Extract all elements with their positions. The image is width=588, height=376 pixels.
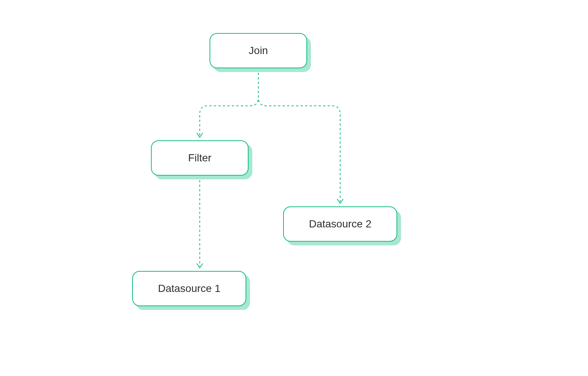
- node-label: Filter: [188, 152, 211, 164]
- node-datasource1[interactable]: Datasource 1: [132, 271, 246, 306]
- node-label: Datasource 2: [309, 218, 372, 230]
- connector-join-to-datasource2: [258, 68, 340, 202]
- node-filter[interactable]: Filter: [151, 140, 249, 176]
- node-join[interactable]: Join: [210, 33, 307, 68]
- arrowhead-icon: [197, 133, 203, 137]
- node-label: Join: [249, 45, 268, 57]
- node-label: Datasource 1: [158, 283, 221, 295]
- node-datasource2[interactable]: Datasource 2: [283, 206, 397, 242]
- arrowhead-icon: [197, 263, 203, 268]
- flow-diagram: Join Filter Datasource 1 Datasource 2: [0, 0, 588, 376]
- arrowhead-icon: [337, 199, 343, 203]
- connector-join-to-filter: [200, 68, 258, 136]
